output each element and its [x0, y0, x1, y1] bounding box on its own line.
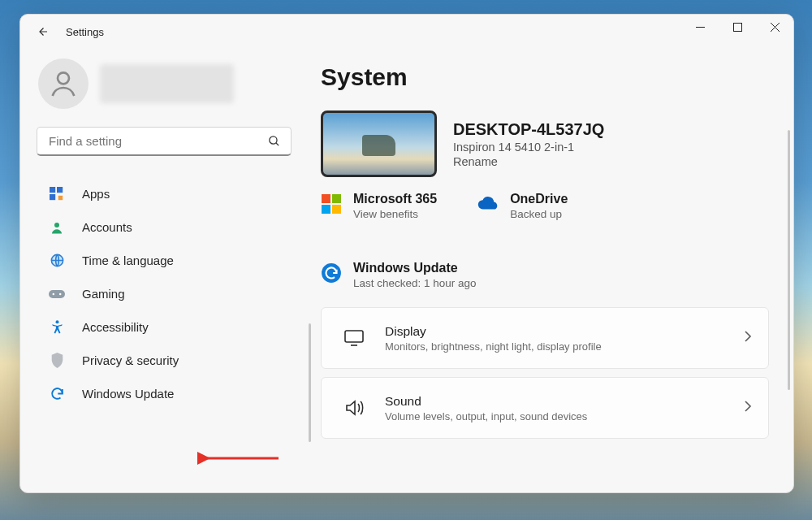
- close-icon: [771, 23, 780, 32]
- search-box[interactable]: [37, 127, 292, 156]
- nav-label: Privacy & security: [82, 353, 179, 367]
- gamepad-icon: [48, 288, 66, 300]
- close-button[interactable]: [756, 15, 793, 39]
- tile-sub: View benefits: [353, 208, 437, 220]
- svg-point-22: [322, 263, 341, 283]
- svg-rect-23: [345, 331, 363, 342]
- svg-rect-13: [49, 290, 65, 298]
- card-title: Sound: [385, 394, 587, 409]
- back-button[interactable]: [32, 21, 53, 42]
- svg-rect-10: [58, 195, 63, 199]
- svg-point-14: [53, 292, 55, 295]
- chevron-right-icon: [744, 400, 752, 416]
- page-title: System: [321, 63, 769, 91]
- rename-link[interactable]: Rename: [453, 155, 604, 168]
- main-scrollbar[interactable]: [788, 130, 790, 390]
- update-icon: [321, 262, 342, 284]
- device-model: Inspiron 14 5410 2-in-1: [453, 141, 604, 154]
- microsoft-logo-icon: [321, 193, 342, 214]
- svg-line-6: [276, 143, 279, 145]
- nav-item-gaming[interactable]: Gaming: [37, 277, 287, 310]
- device-name: DESKTOP-4L537JQ: [453, 120, 604, 139]
- svg-rect-7: [50, 187, 55, 193]
- svg-rect-1: [733, 23, 741, 31]
- window-controls: [681, 15, 793, 39]
- nav-item-windows-update[interactable]: Windows Update: [37, 377, 287, 410]
- globe-icon: [48, 253, 66, 268]
- nav-item-accounts[interactable]: Accounts: [37, 210, 287, 244]
- minimize-icon: [696, 23, 705, 32]
- svg-rect-19: [332, 194, 341, 203]
- tile-sub: Last checked: 1 hour ago: [353, 277, 477, 289]
- card-sound[interactable]: Sound Volume levels, output, input, soun…: [321, 377, 769, 439]
- tile-microsoft-365[interactable]: Microsoft 365 View benefits: [321, 192, 437, 220]
- tile-title: OneDrive: [510, 192, 568, 206]
- user-name-redacted: [100, 64, 234, 103]
- sidebar-scrollbar[interactable]: [309, 323, 311, 442]
- svg-point-16: [55, 320, 58, 323]
- shield-icon: [48, 353, 66, 368]
- maximize-icon: [733, 23, 742, 32]
- tile-sub: Backed up: [510, 208, 568, 220]
- status-tiles: Microsoft 365 View benefits OneDrive Bac…: [321, 192, 769, 289]
- update-icon: [48, 386, 66, 401]
- titlebar: Settings: [20, 15, 793, 49]
- card-title: Display: [385, 324, 602, 339]
- search-input[interactable]: [37, 134, 291, 148]
- minimize-button[interactable]: [681, 15, 719, 39]
- svg-rect-18: [322, 194, 330, 203]
- nav-label: Accessibility: [82, 320, 149, 334]
- maximize-button[interactable]: [719, 15, 756, 39]
- nav-label: Windows Update: [82, 387, 174, 401]
- apps-icon: [48, 187, 66, 202]
- svg-rect-9: [50, 194, 55, 200]
- onedrive-icon: [477, 193, 499, 214]
- person-icon: [48, 220, 66, 235]
- person-icon: [47, 67, 80, 100]
- nav-item-apps[interactable]: Apps: [37, 177, 287, 210]
- card-sub: Monitors, brightness, night light, displ…: [385, 340, 602, 353]
- nav-item-accessibility[interactable]: Accessibility: [37, 310, 287, 344]
- nav-label: Apps: [82, 187, 110, 201]
- tile-onedrive[interactable]: OneDrive Backed up: [477, 192, 568, 220]
- nav-item-privacy[interactable]: Privacy & security: [37, 344, 287, 377]
- device-header: DESKTOP-4L537JQ Inspiron 14 5410 2-in-1 …: [321, 110, 769, 177]
- svg-point-4: [58, 72, 69, 84]
- svg-point-11: [54, 223, 59, 228]
- nav-item-time-language[interactable]: Time & language: [37, 244, 287, 277]
- device-wallpaper-thumbnail: [321, 110, 437, 177]
- nav-label: Gaming: [82, 287, 125, 301]
- chevron-right-icon: [744, 330, 752, 346]
- nav-list: Apps Accounts Time & language Gaming Acc…: [37, 177, 287, 410]
- nav-label: Accounts: [82, 220, 132, 234]
- card-sub: Volume levels, output, input, sound devi…: [385, 410, 587, 422]
- settings-cards: Display Monitors, brightness, night ligh…: [321, 307, 769, 439]
- card-display[interactable]: Display Monitors, brightness, night ligh…: [321, 307, 769, 369]
- annotation-arrow-icon: [197, 452, 287, 465]
- nav-label: Time & language: [82, 254, 174, 267]
- svg-rect-20: [322, 205, 330, 214]
- search-icon: [267, 134, 281, 151]
- svg-point-15: [59, 292, 62, 295]
- tile-windows-update[interactable]: Windows Update Last checked: 1 hour ago: [321, 261, 769, 289]
- tile-title: Microsoft 365: [353, 192, 437, 206]
- svg-rect-8: [57, 187, 63, 193]
- sidebar: Apps Accounts Time & language Gaming Acc…: [20, 49, 296, 492]
- sound-icon: [343, 399, 365, 417]
- svg-rect-21: [332, 205, 341, 214]
- arrow-left-icon: [35, 24, 50, 39]
- main-pane: System DESKTOP-4L537JQ Inspiron 14 5410 …: [296, 49, 793, 492]
- svg-point-5: [270, 136, 277, 144]
- tile-title: Windows Update: [353, 261, 477, 275]
- window-title: Settings: [66, 26, 104, 38]
- settings-window: Settings Apps: [19, 14, 794, 493]
- avatar: [38, 58, 89, 109]
- user-profile[interactable]: [38, 55, 287, 112]
- accessibility-icon: [48, 319, 66, 335]
- display-icon: [343, 330, 365, 346]
